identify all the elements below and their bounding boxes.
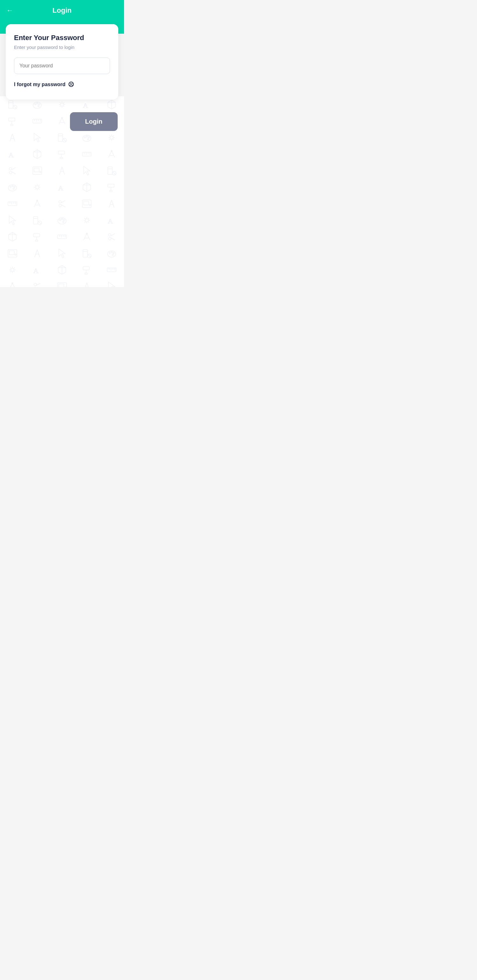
bg-icon-cell xyxy=(25,245,49,262)
bg-icon-cell xyxy=(25,129,49,146)
svg-marker-131 xyxy=(59,249,65,258)
svg-rect-115 xyxy=(35,240,38,241)
svg-point-5 xyxy=(35,103,36,105)
bg-icon-cell xyxy=(0,179,25,196)
header-title: Login xyxy=(53,6,72,14)
svg-line-102 xyxy=(38,221,41,224)
svg-point-71 xyxy=(10,186,11,188)
svg-point-89 xyxy=(59,200,61,203)
bg-icon-cell xyxy=(25,229,49,245)
svg-point-104 xyxy=(59,220,61,221)
bg-icon-cell xyxy=(74,146,99,162)
svg-point-90 xyxy=(59,204,61,207)
svg-rect-146 xyxy=(83,267,89,270)
svg-text:A: A xyxy=(9,151,14,159)
bg-icon-cell xyxy=(25,179,49,196)
bg-icon-cell xyxy=(74,212,99,229)
svg-point-39 xyxy=(86,136,88,137)
svg-marker-98 xyxy=(9,216,16,225)
card-title: Enter Your Password xyxy=(14,34,110,42)
svg-point-139 xyxy=(113,252,114,254)
password-input[interactable] xyxy=(14,57,110,74)
svg-line-59 xyxy=(11,172,16,174)
bg-icon-cell xyxy=(49,278,74,287)
bg-icon-cell: A xyxy=(99,212,124,229)
svg-rect-14 xyxy=(9,118,15,121)
svg-rect-113 xyxy=(34,234,40,237)
bg-icon-cell xyxy=(49,262,74,278)
bg-icon-cell xyxy=(0,245,25,262)
bg-icon-cell xyxy=(25,212,49,229)
bg-icon-cell xyxy=(25,278,49,287)
bg-icon-cell xyxy=(25,162,49,179)
bg-icon-cell xyxy=(0,196,25,212)
svg-point-57 xyxy=(9,171,12,174)
sad-face-icon: ☹ xyxy=(68,81,74,88)
svg-line-64 xyxy=(62,167,65,175)
svg-line-135 xyxy=(88,255,91,257)
bg-icon-cell xyxy=(99,196,124,212)
svg-point-107 xyxy=(63,221,64,223)
svg-line-92 xyxy=(61,205,65,207)
svg-point-140 xyxy=(112,254,113,256)
back-button[interactable]: ← xyxy=(6,6,13,14)
svg-line-163 xyxy=(87,283,89,287)
svg-line-125 xyxy=(111,238,115,240)
svg-line-157 xyxy=(36,283,40,285)
svg-text:A: A xyxy=(108,217,113,225)
bg-icon-cell xyxy=(74,129,99,146)
svg-line-162 xyxy=(84,283,87,287)
forgot-password-label: I forgot my password xyxy=(14,82,65,88)
svg-point-75 xyxy=(36,186,39,189)
svg-rect-94 xyxy=(84,201,89,205)
bg-icon-cell xyxy=(99,162,124,179)
svg-rect-0 xyxy=(9,101,13,108)
svg-point-37 xyxy=(83,135,91,142)
svg-point-106 xyxy=(63,220,65,221)
svg-line-124 xyxy=(111,234,115,236)
svg-line-36 xyxy=(63,139,66,142)
svg-line-129 xyxy=(35,250,37,257)
svg-rect-47 xyxy=(58,151,65,154)
bg-icon-cell xyxy=(74,229,99,245)
bg-icon-cell xyxy=(99,262,124,278)
bg-icon-cell xyxy=(0,278,25,287)
svg-rect-160 xyxy=(59,284,64,287)
svg-line-130 xyxy=(37,250,40,257)
bg-icon-cell xyxy=(49,229,74,245)
forgot-password-link[interactable]: I forgot my password ☹ xyxy=(14,81,110,88)
svg-text:A: A xyxy=(58,184,63,192)
svg-point-38 xyxy=(84,137,86,138)
bg-icon-cell xyxy=(49,196,74,212)
bg-icon-cell xyxy=(74,162,99,179)
bg-icon-cell: A xyxy=(25,262,49,278)
bg-icon-cell xyxy=(0,212,25,229)
bg-icon-cell xyxy=(99,245,124,262)
svg-point-103 xyxy=(58,218,66,224)
svg-rect-132 xyxy=(83,250,88,257)
login-button[interactable]: Login xyxy=(70,112,118,131)
bg-icon-cell xyxy=(99,129,124,146)
svg-line-91 xyxy=(61,200,65,203)
bg-icon-cell xyxy=(0,229,25,245)
svg-rect-99 xyxy=(34,216,38,224)
svg-point-40 xyxy=(88,137,89,138)
bg-icon-cell xyxy=(25,113,49,129)
svg-point-41 xyxy=(88,138,89,140)
bg-icon-cell xyxy=(99,278,124,287)
bg-icon-cell xyxy=(25,196,49,212)
background-area: AAAAA Login xyxy=(0,96,124,287)
svg-point-128 xyxy=(15,254,16,255)
svg-point-9 xyxy=(61,103,64,106)
bg-icon-cell xyxy=(99,179,124,196)
login-card-wrapper: Enter Your Password Enter your password … xyxy=(6,24,118,100)
svg-point-105 xyxy=(61,218,63,220)
svg-point-7 xyxy=(38,103,40,105)
bg-icon-cell xyxy=(74,196,99,212)
svg-point-141 xyxy=(11,268,14,272)
bg-icon-cell xyxy=(49,212,74,229)
svg-marker-65 xyxy=(84,166,90,175)
svg-line-30 xyxy=(10,134,13,142)
svg-rect-33 xyxy=(58,134,63,142)
bg-icon-cell xyxy=(74,262,99,278)
